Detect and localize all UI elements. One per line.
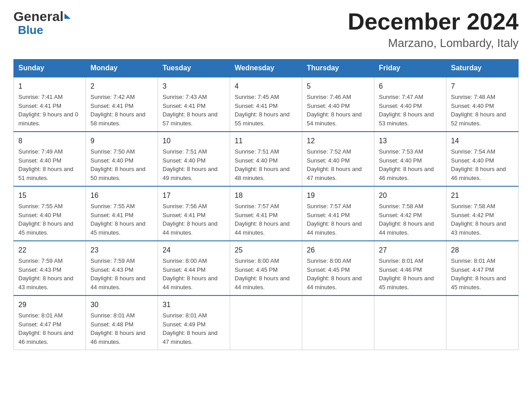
day-info: Sunrise: 8:01 AMSunset: 4:48 PMDaylight:…: [90, 312, 146, 345]
day-info: Sunrise: 8:00 AMSunset: 4:44 PMDaylight:…: [163, 257, 218, 291]
day-info: Sunrise: 7:58 AMSunset: 4:42 PMDaylight:…: [379, 203, 434, 236]
day-info: Sunrise: 8:01 AMSunset: 4:46 PMDaylight:…: [379, 257, 434, 291]
day-info: Sunrise: 7:58 AMSunset: 4:42 PMDaylight:…: [451, 203, 506, 236]
day-number: 9: [90, 136, 153, 146]
day-info: Sunrise: 8:00 AMSunset: 4:45 PMDaylight:…: [235, 257, 290, 291]
day-number: 23: [90, 245, 153, 256]
day-number: 15: [18, 190, 81, 201]
table-row: 12 Sunrise: 7:52 AMSunset: 4:40 PMDaylig…: [302, 132, 374, 186]
table-row: 11 Sunrise: 7:51 AMSunset: 4:40 PMDaylig…: [230, 132, 302, 186]
table-row: 17 Sunrise: 7:56 AMSunset: 4:41 PMDaylig…: [158, 186, 230, 241]
table-row: 1 Sunrise: 7:41 AMSunset: 4:41 PMDayligh…: [14, 77, 86, 132]
table-row: 10 Sunrise: 7:51 AMSunset: 4:40 PMDaylig…: [158, 132, 230, 186]
calendar-week-row: 1 Sunrise: 7:41 AMSunset: 4:41 PMDayligh…: [14, 77, 519, 132]
day-number: 31: [163, 300, 225, 310]
table-row: [446, 295, 519, 350]
table-row: 19 Sunrise: 7:57 AMSunset: 4:41 PMDaylig…: [302, 186, 374, 241]
day-number: 16: [90, 190, 153, 201]
day-info: Sunrise: 8:01 AMSunset: 4:49 PMDaylight:…: [163, 312, 218, 345]
day-info: Sunrise: 7:51 AMSunset: 4:40 PMDaylight:…: [163, 148, 218, 181]
day-number: 12: [307, 136, 369, 146]
header-monday: Monday: [86, 60, 158, 77]
calendar-week-row: 8 Sunrise: 7:49 AMSunset: 4:40 PMDayligh…: [14, 132, 519, 186]
table-row: 29 Sunrise: 8:01 AMSunset: 4:47 PMDaylig…: [14, 295, 86, 350]
table-row: [230, 295, 302, 350]
calendar-week-row: 15 Sunrise: 7:55 AMSunset: 4:40 PMDaylig…: [14, 186, 519, 241]
table-row: 30 Sunrise: 8:01 AMSunset: 4:48 PMDaylig…: [86, 295, 158, 350]
day-number: 3: [163, 81, 225, 92]
day-number: 5: [307, 81, 369, 92]
day-info: Sunrise: 7:59 AMSunset: 4:43 PMDaylight:…: [18, 257, 73, 291]
header-wednesday: Wednesday: [230, 60, 302, 77]
table-row: 6 Sunrise: 7:47 AMSunset: 4:40 PMDayligh…: [374, 77, 446, 132]
day-info: Sunrise: 7:46 AMSunset: 4:40 PMDaylight:…: [307, 94, 362, 127]
table-row: 23 Sunrise: 7:59 AMSunset: 4:43 PMDaylig…: [86, 241, 158, 295]
table-row: 13 Sunrise: 7:53 AMSunset: 4:40 PMDaylig…: [374, 132, 446, 186]
header-thursday: Thursday: [302, 60, 374, 77]
day-number: 13: [379, 136, 442, 146]
table-row: 20 Sunrise: 7:58 AMSunset: 4:42 PMDaylig…: [374, 186, 446, 241]
day-number: 17: [163, 190, 225, 201]
day-info: Sunrise: 7:51 AMSunset: 4:40 PMDaylight:…: [235, 148, 290, 181]
day-number: 24: [163, 245, 225, 256]
table-row: 14 Sunrise: 7:54 AMSunset: 4:40 PMDaylig…: [446, 132, 519, 186]
day-number: 21: [451, 190, 514, 201]
calendar-header-row: Sunday Monday Tuesday Wednesday Thursday…: [14, 60, 519, 77]
day-number: 29: [18, 300, 81, 310]
day-info: Sunrise: 7:59 AMSunset: 4:43 PMDaylight:…: [90, 257, 146, 291]
day-number: 25: [235, 245, 297, 256]
page-subtitle: Marzano, Lombardy, Italy: [348, 36, 519, 50]
table-row: 9 Sunrise: 7:50 AMSunset: 4:40 PMDayligh…: [86, 132, 158, 186]
header-sunday: Sunday: [14, 60, 86, 77]
day-info: Sunrise: 7:50 AMSunset: 4:40 PMDaylight:…: [90, 148, 146, 181]
day-number: 18: [235, 190, 297, 201]
day-number: 30: [90, 300, 153, 310]
table-row: 3 Sunrise: 7:43 AMSunset: 4:41 PMDayligh…: [158, 77, 230, 132]
table-row: 28 Sunrise: 8:01 AMSunset: 4:47 PMDaylig…: [446, 241, 519, 295]
table-row: [302, 295, 374, 350]
logo: General Blue: [13, 9, 71, 37]
day-info: Sunrise: 7:52 AMSunset: 4:40 PMDaylight:…: [307, 148, 362, 181]
day-number: 19: [307, 190, 369, 201]
calendar-week-row: 22 Sunrise: 7:59 AMSunset: 4:43 PMDaylig…: [14, 241, 519, 295]
day-info: Sunrise: 7:54 AMSunset: 4:40 PMDaylight:…: [451, 148, 506, 181]
header-saturday: Saturday: [446, 60, 519, 77]
day-number: 22: [18, 245, 81, 256]
day-number: 7: [451, 81, 514, 92]
day-number: 26: [307, 245, 369, 256]
calendar-week-row: 29 Sunrise: 8:01 AMSunset: 4:47 PMDaylig…: [14, 295, 519, 350]
day-number: 6: [379, 81, 442, 92]
day-info: Sunrise: 7:48 AMSunset: 4:40 PMDaylight:…: [451, 94, 506, 127]
day-number: 1: [18, 81, 81, 92]
day-number: 11: [235, 136, 297, 146]
table-row: 4 Sunrise: 7:45 AMSunset: 4:41 PMDayligh…: [230, 77, 302, 132]
page-header: General Blue December 2024 Marzano, Lomb…: [13, 9, 519, 50]
day-info: Sunrise: 7:41 AMSunset: 4:41 PMDaylight:…: [18, 94, 78, 127]
table-row: 8 Sunrise: 7:49 AMSunset: 4:40 PMDayligh…: [14, 132, 86, 186]
table-row: [374, 295, 446, 350]
logo-arrow-icon: [64, 13, 71, 19]
day-info: Sunrise: 7:42 AMSunset: 4:41 PMDaylight:…: [90, 94, 146, 127]
day-number: 27: [379, 245, 442, 256]
table-row: 7 Sunrise: 7:48 AMSunset: 4:40 PMDayligh…: [446, 77, 519, 132]
table-row: 21 Sunrise: 7:58 AMSunset: 4:42 PMDaylig…: [446, 186, 519, 241]
day-number: 4: [235, 81, 297, 92]
table-row: 15 Sunrise: 7:55 AMSunset: 4:40 PMDaylig…: [14, 186, 86, 241]
day-info: Sunrise: 7:55 AMSunset: 4:40 PMDaylight:…: [18, 203, 73, 236]
day-info: Sunrise: 7:47 AMSunset: 4:40 PMDaylight:…: [379, 94, 434, 127]
header-tuesday: Tuesday: [158, 60, 230, 77]
table-row: 18 Sunrise: 7:57 AMSunset: 4:41 PMDaylig…: [230, 186, 302, 241]
day-number: 28: [451, 245, 514, 256]
day-info: Sunrise: 7:56 AMSunset: 4:41 PMDaylight:…: [163, 203, 218, 236]
day-info: Sunrise: 8:01 AMSunset: 4:47 PMDaylight:…: [18, 312, 73, 345]
table-row: 5 Sunrise: 7:46 AMSunset: 4:40 PMDayligh…: [302, 77, 374, 132]
table-row: 31 Sunrise: 8:01 AMSunset: 4:49 PMDaylig…: [158, 295, 230, 350]
day-info: Sunrise: 7:43 AMSunset: 4:41 PMDaylight:…: [163, 94, 218, 127]
table-row: 16 Sunrise: 7:55 AMSunset: 4:41 PMDaylig…: [86, 186, 158, 241]
day-info: Sunrise: 8:00 AMSunset: 4:45 PMDaylight:…: [307, 257, 362, 291]
calendar-table: Sunday Monday Tuesday Wednesday Thursday…: [13, 59, 519, 350]
page-title: December 2024: [348, 9, 519, 34]
day-number: 8: [18, 136, 81, 146]
table-row: 25 Sunrise: 8:00 AMSunset: 4:45 PMDaylig…: [230, 241, 302, 295]
day-number: 14: [451, 136, 514, 146]
